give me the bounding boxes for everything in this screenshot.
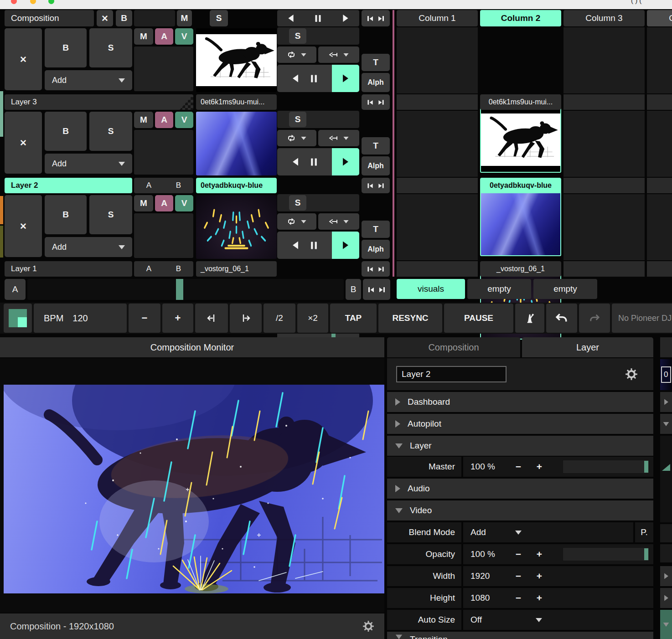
edge-collapsed-arrow[interactable] <box>660 588 672 608</box>
bpm-half-button[interactable]: /2 <box>264 304 295 333</box>
clip-back-icon[interactable] <box>293 242 298 249</box>
blend-mode-dropdown[interactable]: Add <box>45 237 132 257</box>
clip-timeline-button[interactable]: T <box>362 54 390 71</box>
crossfader-track[interactable] <box>27 279 344 300</box>
layer-mute-button[interactable]: M <box>134 112 153 128</box>
clip-name-label[interactable]: 0et6k1ms9uu-mui... <box>196 94 277 110</box>
layer-name-bar[interactable]: Layer 3 <box>5 94 193 110</box>
composition-back-icon[interactable] <box>288 15 293 22</box>
section-audio[interactable]: Audio <box>387 479 653 499</box>
next-clip-icon[interactable] <box>378 183 383 188</box>
clip-play-button[interactable] <box>332 148 359 175</box>
param-value[interactable]: 1920 <box>463 571 512 581</box>
clip-cell-name[interactable]: _vostorg_06_1 <box>480 261 561 277</box>
clip-cell-empty[interactable] <box>647 111 672 177</box>
nudge-back-button[interactable] <box>195 304 228 333</box>
clip-back-icon[interactable] <box>293 158 298 166</box>
clip-cell-empty[interactable] <box>563 27 645 93</box>
column-trigger-empty[interactable]: empty <box>467 279 531 299</box>
edge-active-block[interactable] <box>660 610 672 639</box>
layer-name-bar[interactable]: Layer 1 <box>5 261 132 277</box>
bpm-double-button[interactable]: ×2 <box>297 304 328 333</box>
layer-audio-button[interactable]: A <box>155 195 173 211</box>
layer-settings-gear-icon[interactable] <box>625 368 638 381</box>
slider-handle[interactable] <box>644 548 648 560</box>
clip-alpha-button[interactable]: Alph <box>362 240 390 259</box>
section-dashboard[interactable]: Dashboard <box>387 392 653 412</box>
clip-pause-icon[interactable] <box>311 158 317 165</box>
next-column-icon[interactable] <box>378 15 384 21</box>
layer-audio-button[interactable]: A <box>155 112 173 128</box>
column-trigger-empty[interactable]: empty <box>533 279 597 299</box>
clip-cell-empty[interactable] <box>397 194 478 260</box>
column-header-1[interactable]: Column 1 <box>397 10 478 26</box>
prev-clip-icon[interactable] <box>367 100 372 105</box>
loop-mode-dropdown[interactable] <box>277 46 316 63</box>
metronome-button[interactable] <box>515 304 544 333</box>
edge-expanded-arrow[interactable] <box>660 414 672 434</box>
clip-name-input-fragment[interactable]: 0 <box>661 366 671 383</box>
decrement-button[interactable]: − <box>512 549 525 560</box>
clip-cell-empty[interactable] <box>397 111 478 177</box>
column-header-3[interactable]: Column 3 <box>563 10 645 26</box>
undo-button[interactable] <box>546 304 577 333</box>
param-value[interactable]: 100 % <box>463 549 512 559</box>
redo-button[interactable] <box>579 304 610 333</box>
column-trigger-visuals[interactable]: visuals <box>397 279 465 299</box>
clip-cell-name-selected[interactable]: 0etyadbkuqv-blue <box>480 178 561 193</box>
clip-cell-name[interactable]: 0et6k1ms9uu-mui... <box>480 94 561 110</box>
crossfader-a-button[interactable]: A <box>5 279 26 300</box>
next-icon[interactable] <box>379 287 385 292</box>
composition-mute-button[interactable]: M <box>177 10 192 26</box>
layer-bypass-button[interactable]: B <box>45 28 87 67</box>
assign-b-button[interactable]: B <box>176 264 181 273</box>
prev-clip-icon[interactable] <box>367 267 372 272</box>
prev-clip-icon[interactable] <box>367 183 372 188</box>
layer-clip-thumbnail[interactable] <box>196 28 277 92</box>
bpm-decrease-button[interactable]: − <box>129 304 160 333</box>
clip-cell-empty[interactable] <box>647 27 672 93</box>
layer-mute-button[interactable]: M <box>134 195 153 211</box>
clip-cell-empty[interactable] <box>563 194 645 260</box>
tab-layer[interactable]: Layer <box>522 337 653 357</box>
crossfader-b-button[interactable]: B <box>346 279 361 300</box>
layer-video-button[interactable]: V <box>175 195 193 211</box>
clip-timeline-button[interactable]: T <box>362 137 390 155</box>
layer-name-input[interactable]: Layer 2 <box>396 366 507 382</box>
decrement-button[interactable]: − <box>512 593 525 603</box>
nudge-forward-button[interactable] <box>230 304 262 333</box>
pioneer-link-button[interactable]: P. <box>633 522 653 542</box>
increment-button[interactable]: + <box>532 593 546 603</box>
zoom-window-icon[interactable] <box>48 0 54 4</box>
bpm-display[interactable]: BPM120 <box>34 304 127 333</box>
section-autopilot[interactable]: Autopilot <box>387 414 653 434</box>
next-clip-icon[interactable] <box>378 267 383 272</box>
layer-clip-thumbnail[interactable] <box>196 112 277 175</box>
loop-mode-dropdown[interactable] <box>277 130 316 146</box>
assign-a-button[interactable]: A <box>146 181 151 190</box>
clip-alpha-button[interactable]: Alph <box>362 73 390 92</box>
clip-cell-empty[interactable] <box>647 194 672 260</box>
beat-snap-dropdown[interactable] <box>318 46 359 63</box>
layer-bypass-button[interactable]: B <box>45 112 87 151</box>
increment-button[interactable]: + <box>532 461 546 472</box>
minimize-window-icon[interactable] <box>30 0 36 4</box>
layer-solo-button[interactable]: S <box>89 28 132 67</box>
clip-name-label[interactable]: _vostorg_06_1 <box>196 261 277 277</box>
clip-timeline-button[interactable]: T <box>362 221 390 238</box>
assign-b-button[interactable]: B <box>176 181 181 190</box>
section-transition[interactable]: Transition <box>387 632 653 639</box>
param-value[interactable]: 1080 <box>463 593 512 603</box>
resync-button[interactable]: RESYNC <box>378 304 442 333</box>
clip-cell-empty[interactable] <box>563 111 645 177</box>
blend-mode-dropdown[interactable]: Add <box>45 154 132 174</box>
param-value[interactable]: 100 % <box>463 462 512 472</box>
master-slider[interactable] <box>563 460 649 474</box>
column-header-4[interactable]: Column 4 <box>647 10 672 26</box>
prev-column-icon[interactable] <box>367 15 373 21</box>
composition-solo-button[interactable]: S <box>210 10 228 26</box>
layer-clip-thumbnail[interactable] <box>196 195 277 259</box>
layer-solo-button[interactable]: S <box>89 195 132 234</box>
composition-title[interactable]: Composition <box>5 10 94 26</box>
clip-solo-button[interactable]: S <box>289 28 306 44</box>
